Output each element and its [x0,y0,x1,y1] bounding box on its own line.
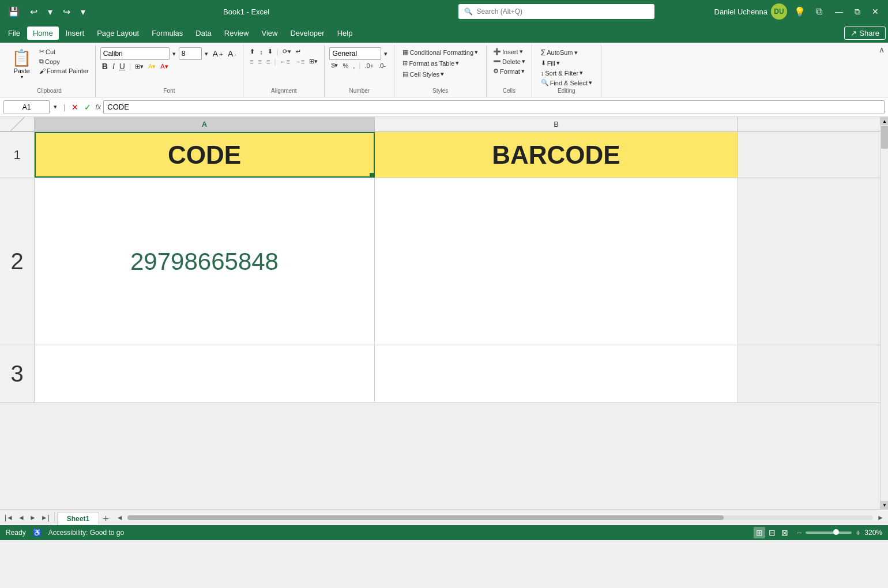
fill-color-button[interactable]: A▾ [146,62,157,71]
format-painter-button[interactable]: 🖌 Format Painter [37,67,91,75]
tab-first-button[interactable]: |◄ [2,512,16,523]
number-format-dropdown[interactable]: ▾ [382,50,389,58]
redo-button[interactable]: ↪ [59,5,74,18]
cell-styles-button[interactable]: ▤ Cell Styles ▾ [399,69,481,79]
page-break-view-button[interactable]: ⊠ [779,527,791,538]
menu-formulas[interactable]: Formulas [146,27,189,40]
decrease-decimal-button[interactable]: .0- [377,62,387,70]
lightbulb-button[interactable]: 💡 [791,5,809,18]
align-middle-button[interactable]: ↕ [258,48,265,56]
h-scroll-track[interactable] [127,515,874,520]
menu-help[interactable]: Help [332,27,359,40]
cell-a2[interactable]: 29798665848 [35,178,375,345]
row-header-2[interactable]: 2 [0,178,35,345]
insert-cells-button[interactable]: ➕ Insert ▾ [491,47,527,56]
share-button[interactable]: ↗ Share [844,27,886,40]
autosum-button[interactable]: Σ AutoSum ▾ [539,47,594,58]
sheet-tab-sheet1[interactable]: Sheet1 [57,512,99,525]
menu-home[interactable]: Home [27,27,59,40]
cell-b2[interactable] [375,178,738,345]
paste-button[interactable]: 📋 Paste ▾ [8,47,35,81]
sort-filter-button[interactable]: ↕ Sort & Filter ▾ [539,69,594,77]
format-cells-button[interactable]: ⚙ Format ▾ [491,67,527,76]
delete-cells-button[interactable]: ➖ Delete ▾ [491,57,527,66]
font-name-dropdown[interactable]: ▾ [171,50,178,58]
cell-b3[interactable] [375,345,738,402]
zoom-slider-thumb[interactable] [833,529,839,535]
scroll-down-button[interactable]: ▼ [881,501,888,509]
row-header-1[interactable]: 1 [0,132,35,178]
formula-input[interactable] [103,100,885,114]
search-box[interactable]: 🔍 [458,4,654,19]
scroll-track[interactable] [881,125,888,501]
h-scroll-thumb[interactable] [127,515,724,520]
col-header-b[interactable]: B [375,117,738,131]
undo-dropdown-button[interactable]: ▾ [44,5,56,18]
cell-resize-handle[interactable] [370,173,374,178]
format-as-table-button[interactable]: ⊞ Format as Table ▾ [399,58,481,68]
borders-button[interactable]: ⊞▾ [133,62,145,71]
merge-center-button[interactable]: ⊞▾ [307,57,319,66]
page-layout-view-button[interactable]: ⊟ [766,527,778,538]
search-input[interactable] [476,7,638,16]
align-left-button[interactable]: ≡ [248,58,255,66]
scroll-up-button[interactable]: ▲ [881,117,888,125]
h-scroll-left-button[interactable]: ◄ [115,514,125,522]
menu-data[interactable]: Data [190,27,217,40]
decrease-indent-button[interactable]: ←≡ [279,58,292,66]
col-header-a[interactable]: A [35,117,375,131]
cell-a1[interactable]: CODE [35,132,375,178]
tab-last-button[interactable]: ►| [39,512,52,523]
align-bottom-button[interactable]: ⬇ [266,47,274,56]
normal-view-button[interactable]: ⊞ [754,527,765,538]
cut-button[interactable]: ✂ Cut [37,47,91,56]
formula-confirm-button[interactable]: ✓ [82,102,93,112]
font-size-dropdown[interactable]: ▾ [203,50,210,58]
find-select-button[interactable]: 🔍 Find & Select ▾ [539,78,594,87]
menu-insert[interactable]: Insert [60,27,91,40]
increase-decimal-button[interactable]: .0+ [363,62,375,70]
restore-button[interactable]: ⧉ [850,6,865,18]
conditional-formatting-button[interactable]: ▦ Conditional Formatting ▾ [399,47,481,57]
zoom-in-button[interactable]: + [854,528,862,537]
zoom-slider[interactable] [806,532,852,534]
underline-button[interactable]: U [118,61,127,71]
cell-ref-dropdown[interactable]: ▾ [52,103,59,111]
percent-button[interactable]: % [341,62,351,70]
customize-qat-button[interactable]: ▾ [77,5,89,18]
minimize-button[interactable]: — [830,6,848,18]
menu-view[interactable]: View [255,27,283,40]
tab-next-button[interactable]: ► [27,512,39,523]
row-header-3[interactable]: 3 [0,345,35,402]
cell-b1[interactable]: BARCODE [375,132,738,178]
save-button[interactable]: 💾 [5,5,23,18]
menu-review[interactable]: Review [219,27,255,40]
font-size-input[interactable] [179,47,202,60]
increase-font-button[interactable]: A+ [211,48,225,59]
align-center-button[interactable]: ≡ [257,58,264,66]
bold-button[interactable]: B [100,61,110,71]
orientation-button[interactable]: ⟳▾ [281,47,293,56]
align-top-button[interactable]: ⬆ [248,47,257,56]
tab-prev-button[interactable]: ◄ [16,512,27,523]
close-button[interactable]: ✕ [867,6,883,18]
zoom-out-button[interactable]: − [795,528,803,537]
ribbon-collapse-button[interactable]: ∧ [879,45,885,54]
formula-cancel-button[interactable]: ✕ [70,102,80,112]
number-format-input[interactable] [329,47,381,60]
menu-page-layout[interactable]: Page Layout [91,27,145,40]
wrap-text-button[interactable]: ↵ [294,47,303,56]
italic-button[interactable]: I [111,61,116,71]
font-color-button[interactable]: A▾ [159,62,170,71]
align-right-button[interactable]: ≡ [265,58,272,66]
scroll-thumb[interactable] [881,126,888,149]
comma-button[interactable]: , [351,62,356,70]
increase-indent-button[interactable]: →≡ [293,58,306,66]
font-name-input[interactable] [100,47,170,60]
menu-file[interactable]: File [2,27,26,40]
currency-button[interactable]: $▾ [329,61,340,70]
restore-down-button[interactable]: ⧉ [812,5,826,18]
undo-button[interactable]: ↩ [27,5,41,18]
h-scroll-right-button[interactable]: ► [875,514,886,522]
cell-ref-input[interactable] [3,100,50,114]
